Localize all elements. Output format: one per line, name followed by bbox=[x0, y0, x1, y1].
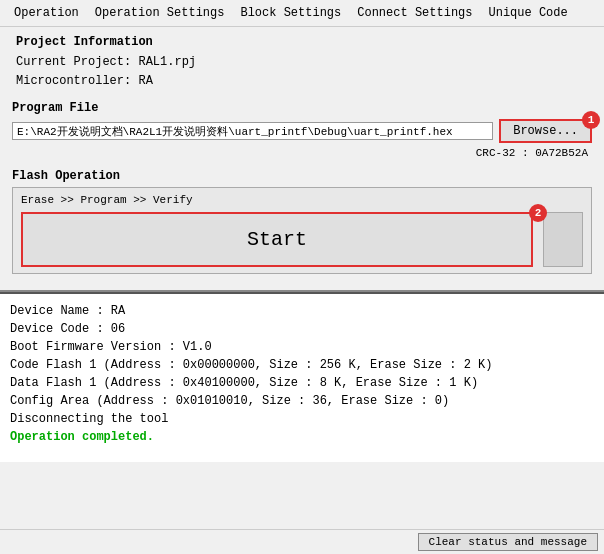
log-area: Device Name : RADevice Code : 06Boot Fir… bbox=[0, 292, 604, 462]
microcontroller-value: RA bbox=[138, 74, 152, 88]
app-window: Operation Operation Settings Block Setti… bbox=[0, 0, 604, 554]
side-panel bbox=[543, 212, 583, 267]
project-information-section: Project Information Current Project: RAL… bbox=[12, 35, 592, 91]
program-file-path-input[interactable] bbox=[12, 122, 493, 140]
log-line: Device Name : RA bbox=[10, 302, 594, 320]
menu-unique-code[interactable]: Unique Code bbox=[480, 4, 575, 22]
program-file-title: Program File bbox=[12, 101, 592, 115]
log-line: Config Area (Address : 0x01010010, Size … bbox=[10, 392, 594, 410]
menu-operation[interactable]: Operation bbox=[6, 4, 87, 22]
menu-bar: Operation Operation Settings Block Setti… bbox=[0, 0, 604, 27]
flash-row: Start 2 bbox=[21, 212, 583, 267]
start-button[interactable]: Start bbox=[23, 214, 531, 265]
current-project-label: Current Project bbox=[16, 55, 124, 69]
flash-operation-sequence: Erase >> Program >> Verify bbox=[21, 194, 583, 206]
log-wrapper: Device Name : RADevice Code : 06Boot Fir… bbox=[0, 290, 604, 554]
flash-section-title: Flash Operation bbox=[12, 169, 592, 183]
microcontroller-label: Microcontroller bbox=[16, 74, 124, 88]
current-project-value: RAL1.rpj bbox=[138, 55, 196, 69]
crc-label: CRC-32 bbox=[476, 147, 516, 159]
project-info-title: Project Information bbox=[16, 35, 592, 49]
log-line: Boot Firmware Version : V1.0 bbox=[10, 338, 594, 356]
crc-value: 0A72B52A bbox=[535, 147, 588, 159]
menu-operation-settings[interactable]: Operation Settings bbox=[87, 4, 233, 22]
flash-operation-section: Flash Operation Erase >> Program >> Veri… bbox=[12, 169, 592, 274]
current-project-row: Current Project: RAL1.rpj bbox=[16, 53, 592, 72]
menu-block-settings[interactable]: Block Settings bbox=[232, 4, 349, 22]
start-button-wrapper: Start bbox=[21, 212, 533, 267]
bottom-bar: Clear status and message bbox=[0, 529, 604, 554]
menu-connect-settings[interactable]: Connect Settings bbox=[349, 4, 480, 22]
clear-button[interactable]: Clear status and message bbox=[418, 533, 598, 551]
log-line: Code Flash 1 (Address : 0x00000000, Size… bbox=[10, 356, 594, 374]
badge-1: 1 bbox=[582, 111, 600, 129]
main-panel: Project Information Current Project: RAL… bbox=[0, 27, 604, 290]
flash-inner: Erase >> Program >> Verify Start 2 bbox=[12, 187, 592, 274]
browse-button[interactable]: Browse... bbox=[499, 119, 592, 143]
log-line: Data Flash 1 (Address : 0x40100000, Size… bbox=[10, 374, 594, 392]
program-file-row: Browse... 1 bbox=[12, 119, 592, 143]
log-line: Operation completed. bbox=[10, 428, 594, 446]
log-line: Device Code : 06 bbox=[10, 320, 594, 338]
program-file-section: Program File Browse... 1 CRC-32 : 0A72B5… bbox=[12, 101, 592, 159]
crc-row: CRC-32 : 0A72B52A bbox=[12, 147, 592, 159]
log-line: Disconnecting the tool bbox=[10, 410, 594, 428]
microcontroller-row: Microcontroller: RA bbox=[16, 72, 592, 91]
